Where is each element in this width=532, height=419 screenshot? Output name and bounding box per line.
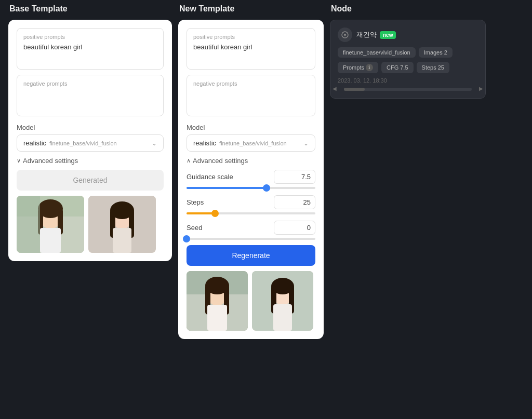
- guidance-scale-label: Guidance scale: [187, 173, 233, 181]
- base-generate-button[interactable]: Generated: [17, 170, 164, 191]
- base-negative-label: negative prompts: [23, 80, 157, 87]
- scroll-right-arrow[interactable]: ▶: [479, 86, 483, 91]
- guidance-scale-row: Guidance scale: [187, 170, 315, 189]
- node-tag-images[interactable]: Images 2: [419, 47, 453, 58]
- guidance-scale-input[interactable]: [274, 170, 315, 184]
- new-image-1: [187, 271, 248, 331]
- node-scrollbar[interactable]: [344, 88, 472, 91]
- node-tags: finetune_base/vivid_fusion Images 2: [338, 47, 478, 58]
- node-tags-row2: Prompts ℹ CFG 7.5 Steps 25: [338, 62, 478, 73]
- new-positive-prompt-box[interactable]: positive prompts beautiful korean girl: [187, 28, 315, 70]
- base-advanced-label: Advanced settings: [23, 157, 78, 165]
- node-title-text: 재건약: [356, 30, 377, 39]
- new-advanced-arrow: ∧: [187, 157, 191, 164]
- guidance-slider-track[interactable]: [187, 187, 315, 189]
- info-icon[interactable]: ℹ: [366, 64, 373, 71]
- svg-rect-13: [113, 228, 131, 253]
- base-template-card: positive prompts beautiful korean girl n…: [8, 20, 172, 261]
- base-advanced-toggle[interactable]: ∨ Advanced settings: [17, 157, 164, 165]
- steps-label: Steps: [187, 198, 204, 206]
- new-model-sub: finetune_base/vivid_fusion: [219, 140, 287, 146]
- new-positive-label: positive prompts: [193, 34, 309, 40]
- seed-label: Seed: [187, 224, 202, 232]
- node-tag-steps-label: Steps 25: [422, 64, 444, 71]
- base-image-2: [88, 196, 156, 253]
- svg-rect-26: [273, 304, 292, 331]
- base-advanced-arrow: ∨: [17, 157, 21, 164]
- guidance-slider-fill: [187, 187, 267, 189]
- base-model-sub: finetune_base/vivid_fusion: [49, 140, 117, 146]
- base-model-select[interactable]: realistic finetune_base/vivid_fusion ⌄: [17, 134, 164, 152]
- new-template-title: New Template: [178, 4, 324, 13]
- node-tag-prompts[interactable]: Prompts ℹ: [338, 62, 378, 73]
- base-template-title: Base Template: [8, 4, 172, 13]
- base-model-label: Model: [17, 124, 164, 131]
- node-scrollbar-thumb[interactable]: [344, 88, 365, 91]
- node-title: Node: [330, 4, 486, 13]
- steps-slider-track[interactable]: [187, 212, 315, 214]
- guidance-slider-thumb[interactable]: [263, 184, 270, 192]
- node-tag-prompts-label: Prompts: [343, 64, 364, 71]
- node-tag-model[interactable]: finetune_base/vivid_fusion: [338, 47, 416, 58]
- node-scrollbar-wrapper: ◀ ▶: [338, 88, 478, 91]
- new-chevron-down-icon: ⌄: [303, 140, 309, 147]
- svg-rect-7: [17, 196, 40, 253]
- base-positive-prompt-box[interactable]: positive prompts beautiful korean girl: [17, 28, 164, 70]
- node-title-badge: 재건약 new: [356, 30, 396, 39]
- new-image-2: [252, 271, 313, 331]
- base-model-main: realistic: [23, 139, 46, 147]
- steps-header: Steps: [187, 195, 315, 209]
- base-model-section: Model realistic finetune_base/vivid_fusi…: [17, 124, 164, 152]
- svg-point-28: [344, 34, 346, 36]
- new-template-card: positive prompts beautiful korean girl n…: [178, 20, 324, 339]
- node-tag-cfg-label: CFG 7.5: [387, 64, 408, 71]
- new-positive-value: beautiful korean girl: [193, 43, 309, 51]
- svg-rect-6: [40, 228, 61, 253]
- node-icon: [338, 28, 352, 42]
- node-tag-model-label: finetune_base/vivid_fusion: [343, 49, 410, 56]
- base-negative-prompt-box[interactable]: negative prompts: [17, 75, 164, 116]
- new-model-main: realistic: [193, 139, 216, 147]
- steps-input[interactable]: [274, 195, 315, 209]
- seed-row: Seed: [187, 221, 315, 240]
- chevron-down-icon: ⌄: [152, 140, 157, 147]
- base-images-row: [17, 196, 164, 253]
- new-advanced-panel: Guidance scale Steps: [187, 170, 315, 240]
- svg-rect-20: [207, 305, 227, 331]
- new-model-section: Model realistic finetune_base/vivid_fusi…: [187, 124, 315, 152]
- new-images-row: [187, 271, 315, 331]
- seed-slider-track[interactable]: [187, 238, 315, 240]
- new-negative-prompt-box[interactable]: negative prompts: [187, 75, 315, 116]
- steps-row: Steps: [187, 195, 315, 214]
- new-model-select-inner: realistic finetune_base/vivid_fusion: [193, 139, 287, 147]
- steps-slider-thumb[interactable]: [211, 210, 219, 217]
- new-badge: new: [380, 31, 396, 39]
- node-tag-images-label: Images 2: [424, 49, 447, 56]
- base-model-select-inner: realistic finetune_base/vivid_fusion: [23, 139, 117, 147]
- new-negative-label: negative prompts: [193, 80, 309, 87]
- seed-header: Seed: [187, 221, 315, 235]
- guidance-scale-header: Guidance scale: [187, 170, 315, 184]
- node-date: 2023. 03. 12. 18:30: [338, 77, 478, 84]
- seed-slider-thumb[interactable]: [183, 235, 190, 242]
- node-header: 재건약 new: [338, 28, 478, 42]
- new-advanced-label: Advanced settings: [193, 157, 248, 165]
- new-model-label: Model: [187, 124, 315, 131]
- base-positive-value: beautiful korean girl: [23, 43, 157, 51]
- new-advanced-toggle[interactable]: ∧ Advanced settings: [187, 157, 315, 165]
- base-image-1: [17, 196, 84, 253]
- new-model-select[interactable]: realistic finetune_base/vivid_fusion ⌄: [187, 134, 315, 152]
- base-positive-label: positive prompts: [23, 34, 157, 40]
- scroll-left-arrow[interactable]: ◀: [332, 86, 337, 91]
- regenerate-button[interactable]: Regenerate: [187, 245, 315, 266]
- seed-input[interactable]: [274, 221, 315, 235]
- steps-slider-fill: [187, 212, 215, 214]
- node-tag-steps[interactable]: Steps 25: [417, 62, 449, 73]
- node-tag-cfg[interactable]: CFG 7.5: [381, 62, 414, 73]
- node-card: 재건약 new finetune_base/vivid_fusion Image…: [330, 20, 486, 99]
